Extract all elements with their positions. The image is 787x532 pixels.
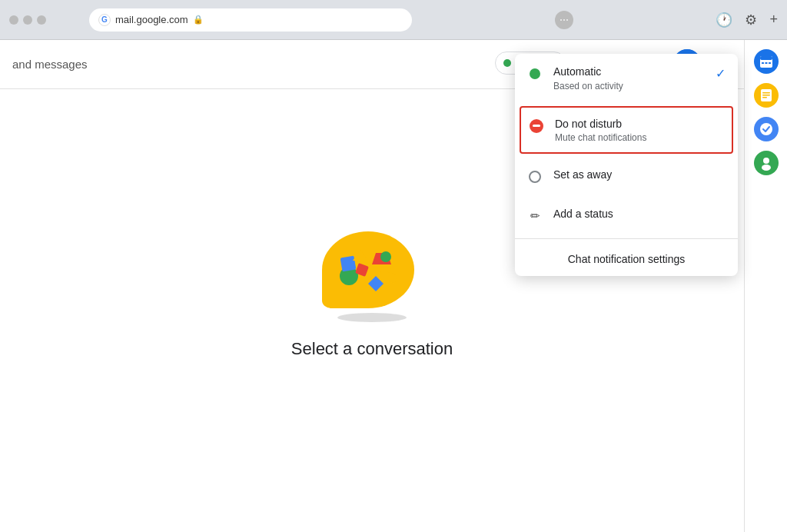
svg-rect-28 [762,92,770,94]
speech-bubble [322,231,414,308]
dnd-circle-icon [530,119,543,133]
lock-icon: 🔒 [193,15,204,25]
contacts-svg [759,155,774,171]
browser-controls [9,15,46,25]
automatic-status-icon [527,66,543,81]
history-icon[interactable]: 🕐 [716,12,732,28]
svg-point-33 [762,165,771,171]
search-text: and messages [12,58,88,71]
dnd-status-title: Do not disturb [555,117,724,132]
away-circle-icon [529,171,541,183]
sidebar-contacts-icon[interactable] [751,148,782,178]
active-status-dot [503,59,511,67]
browser-more-btn[interactable]: ⋯ [555,11,573,29]
tasks-circle [754,117,779,141]
sidebar-calendar-icon[interactable] [751,46,782,77]
svg-point-32 [763,158,769,164]
extensions-icon[interactable]: ⚙ [745,12,757,28]
svg-rect-24 [762,62,764,64]
svg-rect-25 [765,62,767,64]
keep-svg [759,88,773,103]
pencil-icon: ✏ [527,208,543,224]
notification-settings-text: Chat notification settings [527,253,726,265]
svg-rect-30 [762,97,767,98]
select-conversation-text: Select a conversation [291,339,453,359]
svg-point-18 [380,251,391,262]
svg-rect-13 [340,255,357,271]
google-logo: G [98,14,111,26]
svg-rect-15 [379,270,397,283]
contacts-circle [754,151,779,175]
dnd-status-content: Do not disturb Mute chat notifications [555,117,724,144]
automatic-status-sub: Based on activity [553,81,705,91]
add-status-item[interactable]: ✏ Add a status [515,196,738,235]
url-text: mail.google.com [115,14,188,25]
svg-rect-29 [762,95,770,96]
calendar-svg [759,54,774,69]
add-status-title: Add a status [553,207,726,222]
right-sidebar [744,40,787,532]
bubble-shadow [337,313,407,322]
tasks-svg [759,121,774,137]
checkmark-icon: ✓ [716,66,726,81]
svg-rect-26 [769,62,771,64]
browser-maximize-btn[interactable] [37,15,46,25]
away-status-title: Set as away [553,168,726,183]
dnd-status-item[interactable]: Do not disturb Mute chat notifications [520,106,733,155]
automatic-status-item[interactable]: Automatic Based on activity ✓ [515,54,738,103]
svg-marker-19 [353,249,368,261]
automatic-status-content: Automatic Based on activity [553,65,705,91]
browser-close-btn[interactable] [9,15,18,25]
sidebar-keep-icon[interactable] [751,80,782,111]
new-tab-icon[interactable]: + [769,12,778,28]
automatic-status-title: Automatic [553,65,705,80]
browser-chrome: G mail.google.com 🔒 ⋯ 🕐 ⚙ + [0,0,787,40]
calendar-circle [754,49,779,74]
away-status-content: Set as away [553,168,726,183]
search-area: and messages [12,58,88,71]
sidebar-tasks-icon[interactable] [751,114,782,145]
dnd-status-sub: Mute chat notifications [555,132,724,143]
keep-circle [754,83,779,108]
chat-illustration [322,231,422,324]
away-status-icon [527,169,543,185]
svg-rect-23 [769,55,770,58]
green-dot [530,68,540,79]
notification-settings-item[interactable]: Chat notification settings [515,242,738,276]
svg-rect-21 [760,56,772,60]
address-bar[interactable]: G mail.google.com 🔒 [89,8,412,32]
browser-right-icons: 🕐 ⚙ + [716,12,778,28]
add-status-content: Add a status [553,207,726,222]
dnd-status-icon [529,118,544,134]
away-status-item[interactable]: Set as away [515,157,738,196]
browser-minimize-btn[interactable] [23,15,32,25]
status-dropdown-menu: Automatic Based on activity ✓ Do not dis… [515,54,738,276]
svg-rect-22 [762,55,764,58]
menu-divider [515,238,738,239]
shapes-svg [334,241,403,299]
svg-point-31 [760,123,772,135]
